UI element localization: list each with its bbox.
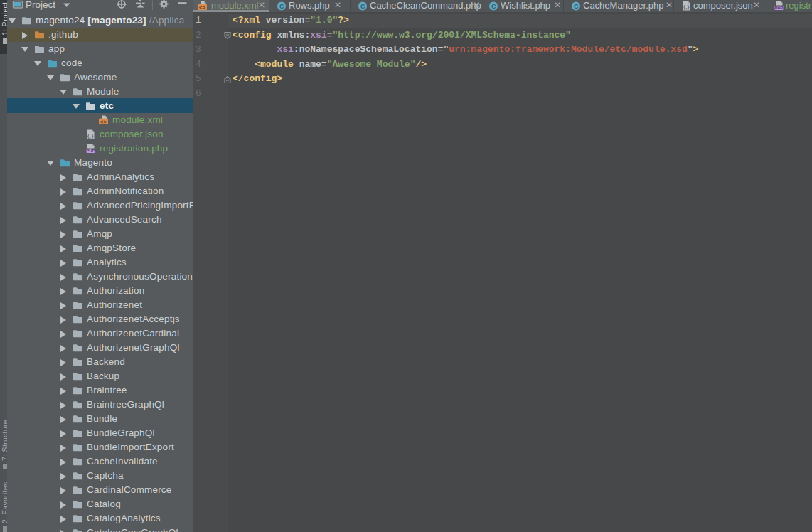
svg-text:C: C [360,3,365,10]
svg-text:{,}: {,} [683,4,689,10]
svg-text:PHP: PHP [775,6,784,10]
svg-text:C: C [491,3,496,10]
svg-text:C: C [574,3,579,10]
svg-text:C: C [279,3,284,10]
svg-text:<>: <> [100,119,107,125]
svg-text:PHP: PHP [87,149,95,153]
svg-text:{,}: {,} [87,132,94,139]
